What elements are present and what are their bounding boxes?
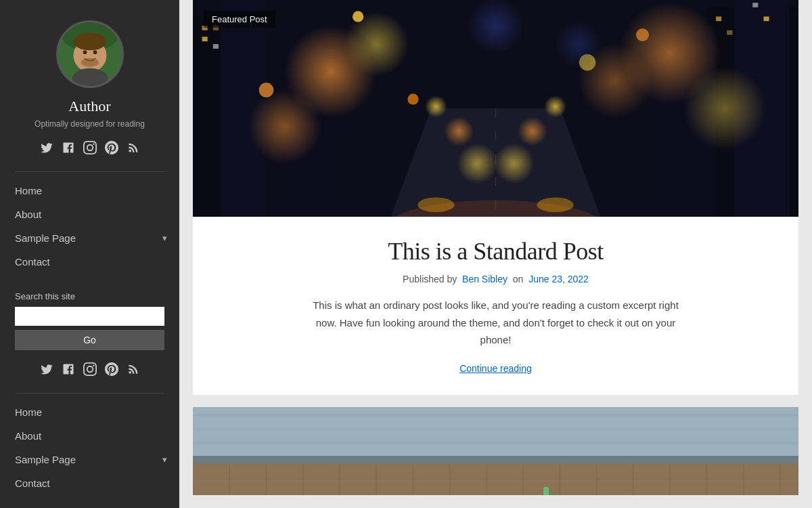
svg-rect-74 xyxy=(193,428,798,430)
svg-point-36 xyxy=(494,144,535,184)
svg-point-38 xyxy=(353,11,363,22)
nav-menu-bottom: Home About Sample Page ▾ Contact xyxy=(0,400,179,495)
svg-rect-70 xyxy=(193,455,798,463)
svg-point-5 xyxy=(93,50,97,54)
nav-link-home-top[interactable]: Home xyxy=(0,179,179,203)
search-section: Search this site Go xyxy=(0,279,179,362)
twitter-icon-bottom[interactable] xyxy=(40,362,53,378)
nav-link-contact-top[interactable]: Contact xyxy=(0,250,179,274)
post-card-1: Featured Post xyxy=(193,0,798,395)
post-excerpt-1: This is what an ordinary post looks like… xyxy=(307,297,685,349)
divider-bottom xyxy=(16,393,164,394)
svg-point-33 xyxy=(445,117,474,146)
nav-item-home-top[interactable]: Home xyxy=(0,179,179,203)
svg-rect-24 xyxy=(763,16,769,21)
continue-reading-link[interactable]: Continue reading xyxy=(459,363,532,374)
sample-dropdown-arrow-top[interactable]: ▾ xyxy=(162,233,167,244)
nav-item-about-top[interactable]: About xyxy=(0,203,179,226)
svg-point-32 xyxy=(544,96,566,118)
nav-item-about-bottom[interactable]: About xyxy=(0,424,179,448)
divider-top xyxy=(16,171,164,172)
nav-item-sample-top[interactable]: Sample Page ▾ xyxy=(0,226,179,250)
featured-badge: Featured Post xyxy=(204,11,275,28)
svg-point-7 xyxy=(72,68,108,88)
nav-menu-top: Home About Sample Page ▾ Contact xyxy=(0,179,179,274)
instagram-icon-bottom[interactable] xyxy=(83,362,97,378)
nav-item-home-bottom[interactable]: Home xyxy=(0,400,179,424)
svg-point-37 xyxy=(259,83,274,98)
avatar xyxy=(56,20,124,88)
nav-link-about-bottom[interactable]: About xyxy=(0,424,179,448)
nav-link-sample-bottom[interactable]: Sample Page xyxy=(0,448,162,471)
post-image-2 xyxy=(193,407,798,495)
post-date-prefix: on xyxy=(513,274,524,284)
sidebar: Author Optimally designed for reading Ho… xyxy=(0,0,179,508)
svg-rect-22 xyxy=(727,30,732,35)
svg-point-45 xyxy=(418,198,454,213)
pinterest-icon-top[interactable] xyxy=(105,141,118,156)
facebook-icon-bottom[interactable] xyxy=(62,362,75,378)
post-date-link[interactable]: June 23, 2022 xyxy=(528,274,589,284)
svg-rect-19 xyxy=(202,37,208,41)
svg-point-31 xyxy=(425,96,447,118)
svg-rect-75 xyxy=(193,442,798,444)
nav-link-contact-bottom[interactable]: Contact xyxy=(0,471,179,495)
svg-point-28 xyxy=(683,67,766,150)
nav-item-sample-bottom[interactable]: Sample Page ▾ xyxy=(0,448,179,471)
svg-point-41 xyxy=(407,93,418,104)
svg-point-29 xyxy=(344,12,409,77)
nav-link-about-top[interactable]: About xyxy=(0,203,179,226)
search-label: Search this site xyxy=(15,291,164,301)
post-author-link[interactable]: Ben Sibley xyxy=(462,274,508,284)
svg-point-4 xyxy=(83,50,87,54)
search-button[interactable]: Go xyxy=(15,330,164,350)
svg-rect-21 xyxy=(716,16,721,21)
svg-point-39 xyxy=(636,28,649,41)
facebook-icon-top[interactable] xyxy=(62,141,75,156)
post-title-1: This is a Standard Post xyxy=(220,237,771,266)
svg-rect-73 xyxy=(193,414,798,416)
svg-point-34 xyxy=(518,117,547,146)
post-meta-prefix: Published by xyxy=(403,274,457,284)
sample-dropdown-arrow-bottom[interactable]: ▾ xyxy=(162,454,167,465)
svg-point-42 xyxy=(468,0,523,54)
nav-item-contact-bottom[interactable]: Contact xyxy=(0,471,179,495)
svg-rect-20 xyxy=(213,44,219,49)
author-name: Author xyxy=(68,98,110,115)
instagram-icon-top[interactable] xyxy=(83,141,97,156)
nav-link-home-bottom[interactable]: Home xyxy=(0,400,179,424)
svg-point-3 xyxy=(73,33,106,50)
author-tagline: Optimally designed for reading xyxy=(35,119,145,129)
social-icons-top xyxy=(40,141,140,156)
svg-point-26 xyxy=(248,90,321,163)
post-meta-1: Published by Ben Sibley on June 23, 2022 xyxy=(220,274,771,284)
main-content: Featured Post xyxy=(179,0,812,508)
social-icons-bottom xyxy=(40,362,140,378)
svg-point-43 xyxy=(556,21,602,67)
rss-icon-bottom[interactable] xyxy=(127,362,140,378)
svg-rect-69 xyxy=(543,486,549,494)
twitter-icon-top[interactable] xyxy=(40,141,53,156)
post-card-2 xyxy=(193,407,798,495)
pinterest-icon-bottom[interactable] xyxy=(105,362,118,378)
rss-icon-top[interactable] xyxy=(127,141,140,156)
post-image-1: Featured Post xyxy=(193,0,798,217)
nav-link-sample-top[interactable]: Sample Page xyxy=(0,226,162,250)
svg-point-6 xyxy=(81,58,98,67)
svg-rect-23 xyxy=(752,3,758,7)
svg-rect-49 xyxy=(193,460,798,494)
svg-point-35 xyxy=(457,144,498,184)
svg-point-46 xyxy=(537,198,574,213)
search-input[interactable] xyxy=(15,307,164,326)
post-body-1: This is a Standard Post Published by Ben… xyxy=(193,217,798,395)
nav-item-contact-top[interactable]: Contact xyxy=(0,250,179,274)
